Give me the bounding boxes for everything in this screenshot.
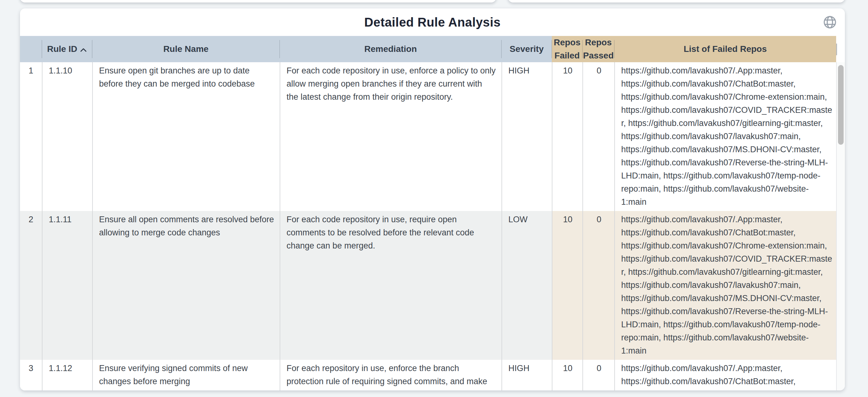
column-header-repos-passed[interactable]: Repos Passed xyxy=(582,36,614,62)
column-header-index xyxy=(20,36,42,62)
vertical-scrollbar[interactable] xyxy=(836,62,845,391)
globe-button[interactable] xyxy=(823,15,837,29)
cell-repos-passed: 0 xyxy=(582,360,614,391)
cell-severity: HIGH xyxy=(501,360,552,391)
cell-remediation: For each code repository in use, enforce… xyxy=(280,62,501,211)
detailed-rule-analysis-card: Detailed Rule Analysis Rule ID xyxy=(20,8,845,391)
card-title-bar: Detailed Rule Analysis xyxy=(20,8,845,36)
column-header-rule-id[interactable]: Rule ID xyxy=(42,36,92,62)
cell-rule-id: 1.1.12 xyxy=(42,360,92,391)
cell-row-number: 1 xyxy=(20,62,42,211)
cell-repos-failed: 10 xyxy=(552,211,582,360)
card-above-right xyxy=(508,0,845,2)
cell-rule-id: 1.1.10 xyxy=(42,62,92,211)
page-title: Detailed Rule Analysis xyxy=(20,8,845,36)
card-above-left xyxy=(20,0,496,2)
cell-rule-name: Ensure all open comments are resolved be… xyxy=(92,211,280,360)
globe-icon xyxy=(823,25,837,30)
column-header-remediation[interactable]: Remediation xyxy=(280,36,501,62)
cell-failed-repos-list: https://github.com/lavakush07/.App:maste… xyxy=(614,211,836,360)
cell-remediation: For each repository in use, enforce the … xyxy=(280,360,501,391)
cell-rule-name: Ensure verifying signed commits of new c… xyxy=(92,360,280,391)
cell-repos-failed: 10 xyxy=(552,62,582,211)
column-header-severity[interactable]: Severity xyxy=(501,36,552,62)
cell-severity: HIGH xyxy=(501,62,552,211)
rule-analysis-table: Rule ID Rule Name Remediation Severity R… xyxy=(20,36,836,391)
column-header-rule-id-label: Rule ID xyxy=(47,42,77,56)
column-header-failed-repos-list[interactable]: List of Failed Repos xyxy=(614,36,836,62)
cell-row-number: 2 xyxy=(20,211,42,360)
cell-row-number: 3 xyxy=(20,360,42,391)
column-header-repos-failed[interactable]: Repos Failed xyxy=(552,36,582,62)
cell-failed-repos-list: https://github.com/lavakush07/.App:maste… xyxy=(614,360,836,391)
sort-ascending-icon xyxy=(80,43,87,56)
scrollbar-thumb[interactable] xyxy=(838,65,844,145)
table-header-row: Rule ID Rule Name Remediation Severity R… xyxy=(20,36,836,62)
cell-repos-passed: 0 xyxy=(582,211,614,360)
cell-repos-failed: 10 xyxy=(552,360,582,391)
table-row: 2 1.1.11 Ensure all open comments are re… xyxy=(20,211,836,360)
column-header-rule-name[interactable]: Rule Name xyxy=(92,36,280,62)
cell-failed-repos-list: https://github.com/lavakush07/.App:maste… xyxy=(614,62,836,211)
cell-rule-id: 1.1.11 xyxy=(42,211,92,360)
header-gutter-separator xyxy=(836,43,837,55)
cell-severity: LOW xyxy=(501,211,552,360)
cell-rule-name: Ensure open git branches are up to date … xyxy=(92,62,280,211)
table-row: 3 1.1.12 Ensure verifying signed commits… xyxy=(20,360,836,391)
cell-repos-passed: 0 xyxy=(582,62,614,211)
cell-remediation: For each code repository in use, require… xyxy=(280,211,501,360)
table-row: 1 1.1.10 Ensure open git branches are up… xyxy=(20,62,836,211)
